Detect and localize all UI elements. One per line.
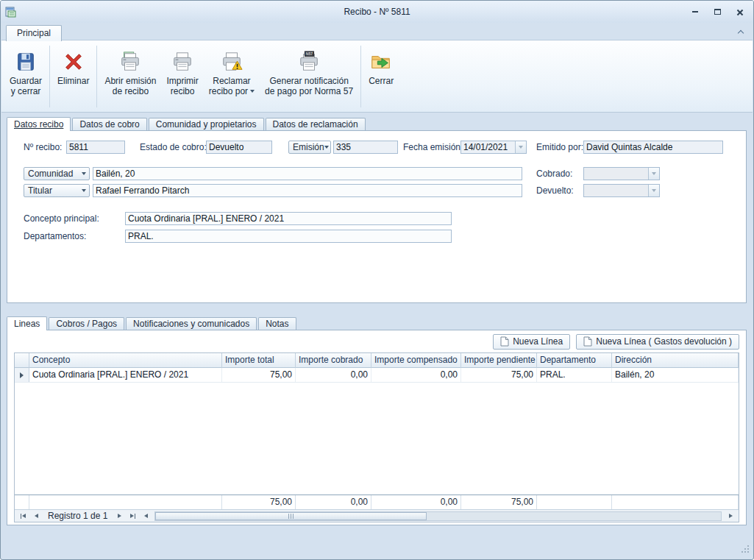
lines-tabstrip: Lineas Cobros / Pagos Notificaciones y c… [7, 316, 298, 330]
prev-record-button[interactable] [30, 511, 42, 521]
window-controls [686, 5, 749, 18]
total-importe-pendiente: 75,00 [461, 495, 537, 509]
guardar-y-cerrar-button[interactable]: Guardary cerrar [4, 44, 47, 109]
tab-datos-de-cobro[interactable]: Datos de cobro [72, 118, 146, 130]
comunidad-field[interactable]: Bailén, 20 [93, 167, 522, 180]
abrir-emision-recibo-button[interactable]: Abrir emisiónde recibo [99, 44, 161, 109]
total-importe-total: 75,00 [222, 495, 296, 509]
emitido-por-field[interactable]: David Quintas Alcalde [583, 141, 723, 154]
resize-grip[interactable] [741, 545, 750, 556]
column-header-importe-compensado[interactable]: Importe compensado [371, 353, 461, 368]
column-header-departamento[interactable]: Departamento [537, 353, 612, 368]
titular-selector[interactable]: Titular [24, 184, 90, 197]
chevron-down-icon [652, 189, 656, 192]
maximize-button[interactable] [708, 5, 727, 18]
row-indicator-header [15, 353, 29, 368]
chevron-down-icon [324, 146, 329, 149]
close-folder-icon [370, 49, 392, 74]
generar-notificacion-norma57-button[interactable]: N57 Generar notificaciónde pago por Norm… [260, 44, 358, 109]
new-page-icon [500, 336, 509, 347]
recibo-window: Recibo - Nº 5811 Principal Guardary cerr… [0, 0, 754, 560]
num-recibo-label: Nº recibo: [24, 141, 62, 154]
scroll-right-button[interactable] [725, 511, 736, 521]
dropdown-caret-icon [250, 90, 255, 93]
main-tabstrip: Datos recibo Datos de cobro Comunidad y … [7, 117, 367, 130]
first-record-button[interactable] [17, 511, 29, 521]
column-header-direccion[interactable]: Dirección [612, 353, 739, 368]
devuelto-field[interactable] [583, 184, 660, 197]
cerrar-button[interactable]: Cerrar [363, 44, 399, 109]
departamentos-label: Departamentos: [24, 230, 86, 243]
new-page-icon [583, 336, 592, 347]
ribbon-collapse-button[interactable] [733, 26, 748, 38]
departamentos-field[interactable]: PRAL. [125, 230, 452, 243]
column-header-concepto[interactable]: Concepto [29, 353, 222, 368]
delete-icon [63, 49, 85, 74]
open-receipt-printer-icon [119, 49, 141, 74]
content-area: Datos recibo Datos de cobro Comunidad y … [1, 113, 753, 559]
toolbar-separator [96, 46, 97, 107]
column-header-importe-cobrado[interactable]: Importe cobrado [296, 353, 371, 368]
printer-n57-icon: N57 [298, 49, 320, 74]
emitido-por-label: Emitido por: [536, 141, 583, 154]
cobrado-dropdown-button[interactable] [648, 168, 659, 180]
minimize-button[interactable] [686, 5, 705, 18]
nueva-linea-button[interactable]: Nueva Línea [493, 334, 570, 350]
fecha-emision-field[interactable]: 14/01/2021 [460, 141, 527, 154]
grid-toolbar: Nueva Línea Nueva Línea ( Gastos devoluc… [14, 333, 739, 350]
imprimir-recibo-button[interactable]: Imprimirrecibo [161, 44, 203, 109]
concepto-principal-label: Concepto principal: [24, 212, 99, 225]
titular-field[interactable]: Rafael Ferrando Pitarch [93, 184, 522, 197]
cell-importe-pendiente: 75,00 [461, 368, 537, 382]
cell-importe-cobrado: 0,00 [296, 368, 371, 382]
next-record-button[interactable] [113, 511, 125, 521]
cobrado-field[interactable] [583, 167, 660, 180]
date-dropdown-button[interactable] [515, 141, 526, 153]
tab-datos-de-reclamacion[interactable]: Datos de reclamación [266, 118, 366, 130]
record-counter: Registro 1 de 1 [48, 511, 107, 521]
cell-importe-total: 75,00 [222, 368, 296, 382]
titlebar[interactable]: Recibo - Nº 5811 [1, 1, 753, 23]
tab-notificaciones-y-comunicados[interactable]: Notificaciones y comunicados [126, 317, 257, 330]
app-icon [5, 5, 18, 18]
chevron-down-icon [652, 172, 656, 175]
ribbon-tab-principal[interactable]: Principal [6, 25, 62, 41]
emision-field[interactable]: 335 [333, 141, 398, 154]
tab-lineas[interactable]: Lineas [7, 316, 47, 330]
current-row-indicator [15, 368, 29, 382]
horizontal-scrollbar[interactable] [154, 511, 722, 521]
grid-header: Concepto Importe total Importe cobrado I… [15, 353, 739, 368]
devuelto-label: Devuelto: [536, 184, 574, 197]
num-recibo-field[interactable]: 5811 [66, 141, 125, 154]
tab-comunidad-y-propietarios[interactable]: Comunidad y propietarios [149, 118, 264, 130]
eliminar-button[interactable]: Eliminar [52, 44, 94, 109]
tab-notas[interactable]: Notas [258, 317, 296, 330]
estado-cobro-field[interactable]: Devuelto [206, 141, 272, 154]
window-title: Recibo - Nº 5811 [1, 7, 753, 17]
scroll-left-button[interactable] [140, 511, 152, 521]
table-row[interactable]: Cuota Ordinaria [PRAL.] ENERO / 2021 75,… [15, 368, 739, 383]
reclamar-recibo-por-button[interactable]: Reclamar recibo por [204, 44, 260, 109]
nueva-linea-gastos-devolucion-button[interactable]: Nueva Línea ( Gastos devolución ) [576, 334, 739, 350]
cell-importe-compensado: 0,00 [371, 368, 461, 382]
printer-icon [171, 49, 193, 74]
maximize-icon [714, 9, 721, 15]
comunidad-selector[interactable]: Comunidad [24, 167, 90, 180]
concepto-principal-field[interactable]: Cuota Ordinaria [PRAL.] ENERO / 2021 [125, 212, 452, 225]
total-importe-compensado: 0,00 [371, 495, 461, 509]
record-navigator: Registro 1 de 1 [15, 509, 739, 522]
scrollbar-thumb[interactable] [155, 512, 427, 520]
column-header-importe-total[interactable]: Importe total [222, 353, 296, 368]
devuelto-dropdown-button[interactable] [648, 185, 659, 196]
ribbon-toolbar: Guardary cerrar Eliminar Abrir emisiónde… [1, 40, 753, 113]
tab-cobros-pagos[interactable]: Cobros / Pagos [49, 317, 124, 330]
cell-departamento: PRAL. [537, 368, 612, 382]
emision-selector[interactable]: Emisión [288, 141, 331, 154]
last-record-button[interactable] [127, 511, 138, 521]
minimize-icon [692, 11, 698, 13]
close-button[interactable] [730, 5, 749, 18]
printer-warning-icon [221, 49, 243, 74]
svg-text:N57: N57 [306, 52, 313, 56]
tab-datos-recibo[interactable]: Datos recibo [7, 117, 71, 131]
column-header-importe-pendiente[interactable]: Importe pendiente [461, 353, 537, 368]
